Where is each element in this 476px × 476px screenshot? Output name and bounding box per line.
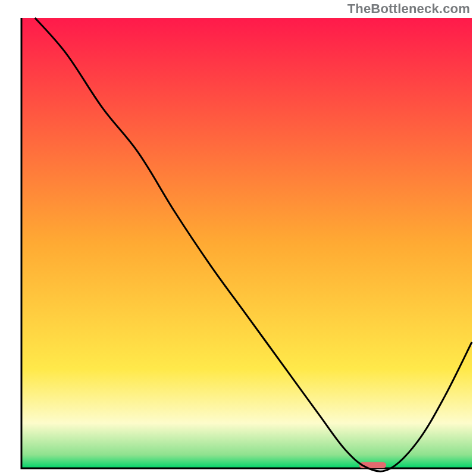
- plot-area: [21, 18, 472, 471]
- bottleneck-chart: TheBottleneck.com: [0, 0, 476, 476]
- watermark-text: TheBottleneck.com: [347, 1, 470, 17]
- gradient-background: [21, 18, 472, 468]
- chart-svg: [0, 0, 476, 476]
